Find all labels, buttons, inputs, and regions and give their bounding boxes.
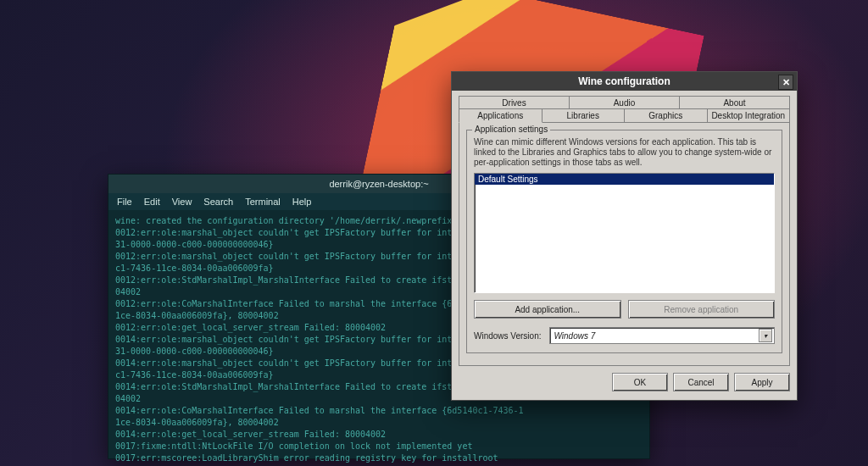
terminal-line: 1ce-8034-00aa006009fa}, 80004002	[115, 417, 643, 429]
applications-list[interactable]: Default Settings	[474, 173, 775, 293]
menu-file[interactable]: File	[117, 196, 132, 208]
dialog-buttons: OK Cancel Apply	[459, 373, 790, 391]
windows-version-row: Windows Version: Windows 7 ▾	[474, 327, 775, 344]
close-icon[interactable]: ✕	[778, 75, 793, 90]
combo-value: Windows 7	[554, 331, 595, 341]
apply-button[interactable]: Apply	[734, 373, 790, 391]
terminal-line: 0017:fixme:ntdll:NtLockFile I/O completi…	[115, 441, 643, 452]
tab-libraries[interactable]: Libraries	[542, 108, 626, 122]
terminal-line: 0014:err:ole:CoMarshalInterface Failed t…	[115, 405, 643, 417]
menu-edit[interactable]: Edit	[144, 196, 160, 208]
tab-audio[interactable]: Audio	[570, 96, 680, 109]
group-label: Application settings	[472, 125, 550, 134]
remove-application-button: Remove application	[628, 300, 776, 319]
terminal-line: 0014:err:ole:get_local_server_stream Fai…	[115, 429, 643, 441]
menu-search[interactable]: Search	[203, 196, 233, 208]
terminal-line: 0017:err:mscoree:LoadLibraryShim error r…	[115, 452, 643, 464]
chevron-down-icon[interactable]: ▾	[759, 329, 772, 342]
windows-version-combo[interactable]: Windows 7 ▾	[549, 327, 775, 344]
wine-title: Wine configuration	[578, 75, 670, 87]
tab-about[interactable]: About	[680, 96, 790, 109]
desktop: derrik@ryzen-desktop:~ — ▢ × File Edit V…	[0, 0, 868, 466]
list-item[interactable]: Default Settings	[475, 174, 774, 185]
menu-terminal[interactable]: Terminal	[245, 196, 281, 208]
tab-applications[interactable]: Applications	[459, 108, 542, 123]
tab-drives[interactable]: Drives	[459, 96, 570, 109]
cancel-button[interactable]: Cancel	[673, 373, 729, 391]
tab-panel: Application settings Wine can mimic diff…	[459, 122, 790, 366]
tab-desktop-integration[interactable]: Desktop Integration	[708, 108, 791, 122]
help-text: Wine can mimic different Windows version…	[474, 137, 775, 168]
tab-row-front: Applications Libraries Graphics Desktop …	[459, 108, 790, 122]
list-buttons: Add application... Remove application	[474, 300, 775, 319]
wine-config-dialog: Wine configuration ✕ Drives Audio About …	[451, 71, 798, 401]
menu-view[interactable]: View	[172, 196, 192, 208]
application-settings-group: Application settings Wine can mimic diff…	[466, 130, 782, 353]
tab-graphics[interactable]: Graphics	[625, 108, 708, 122]
add-application-button[interactable]: Add application...	[474, 300, 621, 319]
tab-row-back: Drives Audio About	[459, 96, 790, 109]
terminal-title: derrik@ryzen-desktop:~	[329, 178, 428, 190]
ok-button[interactable]: OK	[612, 373, 668, 391]
menu-help[interactable]: Help	[292, 196, 312, 208]
wine-body: Drives Audio About Applications Librarie…	[452, 91, 797, 400]
wine-titlebar[interactable]: Wine configuration ✕	[452, 72, 797, 91]
windows-version-label: Windows Version:	[474, 331, 541, 341]
